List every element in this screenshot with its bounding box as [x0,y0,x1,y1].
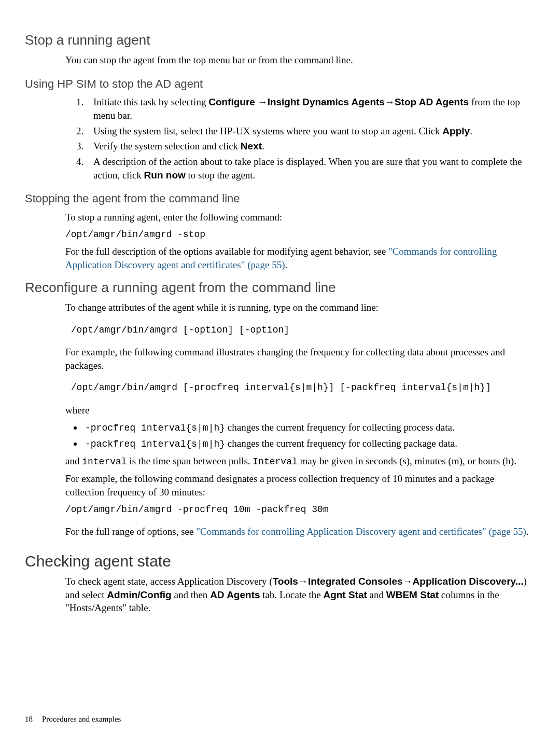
text: . [285,259,287,270]
list-item: A description of the action about to tak… [86,155,535,182]
bold-menu: Integrated Consoles [308,576,403,587]
bold-apply: Apply [442,126,470,136]
para: and interval is the time span between po… [65,454,535,468]
text: For the full description of the options … [65,246,388,257]
bold-ad-agents: AD Agents [210,589,260,600]
heading-reconfigure-agent: Reconfigure a running agent from the com… [25,279,535,297]
bold-admin-config: Admin/Config [107,589,172,600]
code: -procfreq interval{s|m|h} [85,423,225,433]
body-block: To check agent state, access Application… [65,575,535,615]
bold-menu: Application Discovery... [413,576,524,587]
bold-run-now: Run now [144,170,186,181]
command: /opt/amgr/bin/amgrd -procfreq 10m -packf… [65,503,535,516]
cross-reference-link[interactable]: "Commands for controlling Application Di… [196,526,526,537]
text: . [470,126,472,136]
text: For the full range of options, see [65,526,196,537]
text: to stop the agent. [186,170,256,181]
text: . [262,141,264,151]
code: interval [82,457,127,467]
text: and [367,589,386,600]
code: Interval [253,457,297,467]
para: For example, the following command illus… [65,346,535,372]
bullet-list: -procfreq interval{s|m|h} changes the cu… [65,421,535,450]
text: and [65,455,82,466]
list-item: -procfreq interval{s|m|h} changes the cu… [83,421,535,434]
text: is the time span between polls. [127,455,253,466]
heading-stop-running-agent: Stop a running agent [25,31,535,49]
command: /opt/amgr/bin/amgrd -stop [65,228,535,241]
text: Initiate this task by selecting [93,96,208,107]
bold-menu: Tools [273,576,298,587]
para: To check agent state, access Application… [65,575,535,615]
para: For the full range of options, see "Comm… [65,525,535,538]
heading-stopping-cmdline: Stopping the agent from the command line [25,191,535,206]
code: -packfreq interval{s|m|h} [85,439,225,449]
text: . [526,526,529,537]
text: → [255,96,268,107]
para: For example, the following command desig… [65,472,535,499]
para: To stop a running agent, enter the follo… [65,211,535,224]
para: You can stop the agent from the top menu… [65,53,535,67]
text: Using the system list, select the HP-UX … [93,126,442,136]
body-block: To change attributes of the agent while … [65,301,535,538]
list-item: -packfreq interval{s|m|h} changes the cu… [83,437,535,450]
bold-next: Next [241,141,262,151]
para: where [65,404,535,417]
list-item: Initiate this task by selecting Configur… [86,95,535,122]
ordered-list: Initiate this task by selecting Configur… [65,95,535,182]
para: To change attributes of the agent while … [65,301,535,314]
command: /opt/amgr/bin/amgrd [-procfreq interval{… [65,381,535,394]
text: → [298,576,308,587]
command: /opt/amgr/bin/amgrd [-option] [-option] [65,324,535,336]
page-number: 18 [25,715,33,723]
bold-agnt-stat: Agnt Stat [323,589,367,600]
body-block: To stop a running agent, enter the follo… [65,211,535,271]
para: For the full description of the options … [65,245,535,271]
body-block: Initiate this task by selecting Configur… [65,95,535,182]
text: Verify the system selection and click [93,141,241,151]
footer-section-title: Procedures and examples [42,715,121,723]
body-block: You can stop the agent from the top menu… [65,53,535,67]
text: → [403,576,413,587]
bold-wbem-stat: WBEM Stat [386,589,439,600]
text: tab. Locate the [260,589,324,600]
list-item: Verify the system selection and click Ne… [86,140,535,153]
heading-checking-agent-state: Checking agent state [25,551,535,572]
text: To check agent state, access Application… [65,576,273,587]
list-item: Using the system list, select the HP-UX … [86,125,535,138]
text: changes the current frequency for collec… [225,438,457,449]
bold-menu: Stop AD Agents [395,96,469,107]
text: and then [172,589,210,600]
heading-using-hp-sim: Using HP SIM to stop the AD agent [25,76,535,92]
page: Stop a running agent You can stop the ag… [0,0,560,746]
text: changes the current frequency for collec… [225,422,455,433]
page-footer: 18Procedures and examples [25,714,121,724]
text: → [385,96,395,107]
bold-menu: Insight Dynamics Agents [268,96,385,107]
bold-menu: Configure [208,96,255,107]
text: may be given in seconds (s), minutes (m)… [298,455,516,466]
